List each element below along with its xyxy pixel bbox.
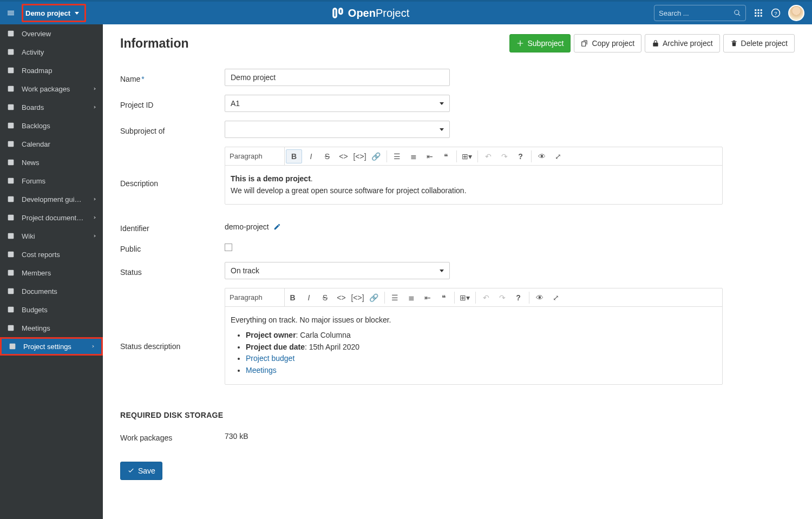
link-button[interactable]: 🔗 — [368, 147, 384, 165]
italic-button[interactable]: I — [301, 288, 317, 306]
sidebar-item-meetings[interactable]: Meetings — [0, 319, 103, 337]
edit-identifier-icon[interactable] — [273, 223, 281, 231]
status-select[interactable]: On track — [225, 262, 450, 279]
sidebar-item-label: Wiki — [22, 232, 84, 240]
calendar-icon — [6, 140, 15, 148]
sidebar-item-activity[interactable]: Activity — [0, 43, 103, 61]
caret-down-icon — [440, 270, 444, 272]
sidebar-item-overview[interactable]: Overview — [0, 24, 103, 43]
sidebar-item-news[interactable]: News — [0, 153, 103, 172]
menu-toggle-button[interactable] — [0, 2, 22, 24]
quote-button[interactable]: ❝ — [436, 288, 452, 306]
sidebar-item-members[interactable]: Members — [0, 264, 103, 282]
info-icon — [6, 29, 15, 38]
link-button[interactable]: 🔗 — [366, 288, 382, 306]
sidebar-item-calendar[interactable]: Calendar — [0, 135, 103, 153]
project-selector[interactable]: Demo project — [22, 4, 86, 22]
copy-icon — [581, 40, 588, 47]
cost-icon — [6, 250, 15, 259]
editor-help-button[interactable]: ? — [513, 147, 529, 165]
project-id-select[interactable]: A1 — [225, 95, 450, 112]
sidebar-item-development-guideli-[interactable]: Development guideli... — [0, 190, 103, 208]
name-input[interactable] — [225, 69, 450, 86]
archive-project-button[interactable]: Archive project — [645, 34, 720, 52]
fullscreen-button[interactable]: ⤢ — [550, 147, 566, 165]
subproject-button[interactable]: Subproject — [509, 34, 571, 52]
wp-icon — [6, 84, 15, 93]
undo-button[interactable]: ↶ — [478, 288, 494, 306]
brand: OpenProject — [86, 6, 654, 20]
ul-button[interactable]: ☰ — [389, 147, 405, 165]
project-budget-link[interactable]: Project budget — [246, 354, 294, 363]
openproject-logo-icon — [331, 6, 345, 20]
sidebar-item-forums[interactable]: Forums — [0, 172, 103, 190]
sidebar-item-budgets[interactable]: Budgets — [0, 300, 103, 319]
bold-button[interactable]: B — [286, 149, 302, 163]
meetings-link[interactable]: Meetings — [246, 366, 277, 375]
project-selector-label: Demo project — [25, 9, 70, 17]
sidebar-item-label: Boards — [22, 103, 84, 111]
editor-toolbar: Paragraph B I S <> [<>] 🔗 ☰ ≣ ⇤ ❝ ⊞▾ ↶ — [225, 288, 722, 307]
status-body[interactable]: Everything on track. No major issues or … — [225, 307, 722, 384]
sidebar-item-backlogs[interactable]: Backlogs — [0, 116, 103, 135]
sidebar-item-roadmap[interactable]: Roadmap — [0, 61, 103, 80]
redo-button[interactable]: ↷ — [494, 288, 510, 306]
codeblock-button[interactable]: [<>] — [352, 147, 368, 165]
sidebar-item-documents[interactable]: Documents — [0, 282, 103, 300]
sidebar: OverviewActivityRoadmapWork packagesBoar… — [0, 24, 103, 519]
fullscreen-button[interactable]: ⤢ — [548, 288, 564, 306]
italic-button[interactable]: I — [303, 147, 319, 165]
outdent-button[interactable]: ⇤ — [420, 288, 436, 306]
sidebar-item-project-documentati-[interactable]: Project documentati... — [0, 208, 103, 227]
subproject-of-select[interactable] — [225, 121, 450, 138]
description-label: Description — [120, 147, 225, 188]
sidebar-item-cost-reports[interactable]: Cost reports — [0, 245, 103, 264]
ol-button[interactable]: ≣ — [405, 147, 422, 165]
ul-button[interactable]: ☰ — [387, 288, 403, 306]
strike-button[interactable]: S — [317, 288, 333, 306]
budget-icon — [6, 305, 15, 314]
undo-button[interactable]: ↶ — [480, 147, 496, 165]
heading-select[interactable]: Paragraph — [225, 288, 285, 306]
identifier-value: demo-project — [225, 222, 269, 231]
copy-project-button[interactable]: Copy project — [574, 34, 641, 52]
user-avatar[interactable] — [788, 5, 804, 21]
ol-button[interactable]: ≣ — [403, 288, 420, 306]
save-button[interactable]: Save — [120, 462, 162, 480]
table-button[interactable]: ⊞▾ — [459, 147, 475, 165]
sidebar-item-project-settings[interactable]: Project settings — [0, 337, 103, 356]
wp-storage-value: 730 kB — [225, 432, 248, 441]
sidebar-item-work-packages[interactable]: Work packages — [0, 80, 103, 98]
codeblock-button[interactable]: [<>] — [350, 288, 366, 306]
main-content: Information Subproject Copy project Arch… — [103, 24, 812, 519]
modules-grid-icon[interactable] — [754, 8, 763, 18]
code-button[interactable]: <> — [336, 147, 352, 165]
sidebar-item-label: Roadmap — [22, 67, 96, 75]
delete-project-button[interactable]: Delete project — [723, 34, 795, 52]
bold-button[interactable]: B — [285, 288, 301, 306]
sidebar-item-label: Backlogs — [22, 122, 96, 130]
sidebar-item-boards[interactable]: Boards — [0, 98, 103, 116]
lock-icon — [652, 40, 659, 47]
sidebar-item-label: Activity — [22, 48, 96, 56]
description-body[interactable]: This is a demo project. We will develop … — [225, 166, 722, 204]
global-search-input[interactable]: Search ... — [654, 5, 746, 21]
outdent-button[interactable]: ⇤ — [422, 147, 438, 165]
preview-button[interactable]: 👁 — [534, 147, 550, 165]
caret-down-icon — [75, 12, 79, 15]
heading-select[interactable]: Paragraph — [225, 147, 285, 165]
editor-help-button[interactable]: ? — [510, 288, 527, 306]
help-icon[interactable] — [771, 8, 781, 18]
strike-button[interactable]: S — [319, 147, 336, 165]
table-button[interactable]: ⊞▾ — [457, 288, 473, 306]
public-checkbox[interactable] — [225, 244, 232, 251]
identifier-label: Identifier — [120, 221, 225, 233]
code-button[interactable]: <> — [333, 288, 350, 306]
status-editor: Paragraph B I S <> [<>] 🔗 ☰ ≣ ⇤ ❝ ⊞▾ ↶ — [225, 288, 723, 384]
sidebar-item-label: Members — [22, 269, 96, 277]
quote-button[interactable]: ❝ — [438, 147, 454, 165]
preview-button[interactable]: 👁 — [532, 288, 548, 306]
sidebar-item-wiki[interactable]: Wiki — [0, 227, 103, 245]
meeting-icon — [6, 324, 15, 332]
redo-button[interactable]: ↷ — [496, 147, 513, 165]
